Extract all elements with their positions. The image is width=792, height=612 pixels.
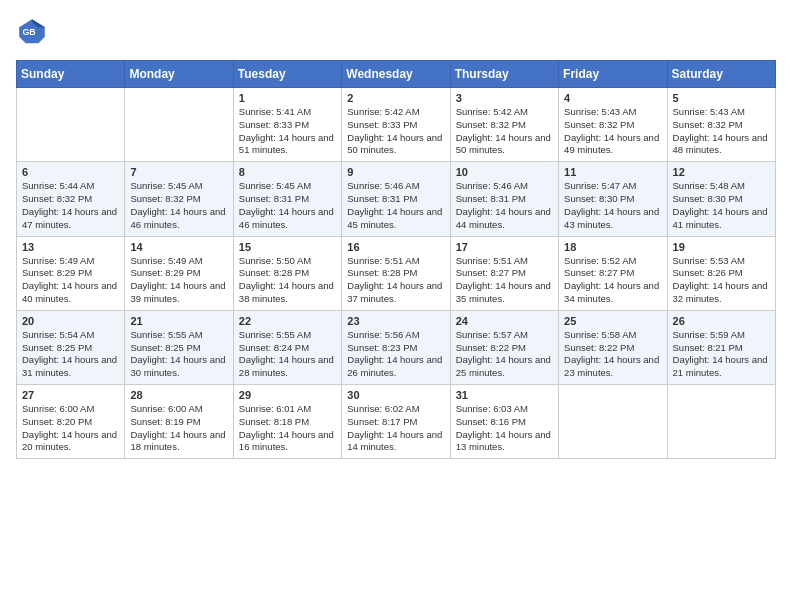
sunrise-text: Sunrise: 5:44 AM xyxy=(22,180,94,191)
sunrise-text: Sunrise: 5:58 AM xyxy=(564,329,636,340)
sunset-text: Sunset: 8:22 PM xyxy=(564,342,634,353)
daylight-text: Daylight: 14 hours and 41 minutes. xyxy=(673,206,768,230)
calendar-cell: 4 Sunrise: 5:43 AM Sunset: 8:32 PM Dayli… xyxy=(559,88,667,162)
daylight-text: Daylight: 14 hours and 38 minutes. xyxy=(239,280,334,304)
sunset-text: Sunset: 8:30 PM xyxy=(564,193,634,204)
day-number: 11 xyxy=(564,166,661,178)
day-info: Sunrise: 5:42 AM Sunset: 8:32 PM Dayligh… xyxy=(456,106,553,157)
calendar-cell: 5 Sunrise: 5:43 AM Sunset: 8:32 PM Dayli… xyxy=(667,88,775,162)
daylight-text: Daylight: 14 hours and 16 minutes. xyxy=(239,429,334,453)
day-number: 1 xyxy=(239,92,336,104)
day-info: Sunrise: 5:50 AM Sunset: 8:28 PM Dayligh… xyxy=(239,255,336,306)
sunrise-text: Sunrise: 5:55 AM xyxy=(239,329,311,340)
day-info: Sunrise: 5:51 AM Sunset: 8:27 PM Dayligh… xyxy=(456,255,553,306)
calendar-week-row: 1 Sunrise: 5:41 AM Sunset: 8:33 PM Dayli… xyxy=(17,88,776,162)
weekday-header-sunday: Sunday xyxy=(17,61,125,88)
calendar-cell: 13 Sunrise: 5:49 AM Sunset: 8:29 PM Dayl… xyxy=(17,236,125,310)
calendar-header-row: SundayMondayTuesdayWednesdayThursdayFrid… xyxy=(17,61,776,88)
calendar-cell: 6 Sunrise: 5:44 AM Sunset: 8:32 PM Dayli… xyxy=(17,162,125,236)
calendar-cell: 22 Sunrise: 5:55 AM Sunset: 8:24 PM Dayl… xyxy=(233,310,341,384)
sunrise-text: Sunrise: 5:54 AM xyxy=(22,329,94,340)
daylight-text: Daylight: 14 hours and 45 minutes. xyxy=(347,206,442,230)
day-number: 7 xyxy=(130,166,227,178)
sunset-text: Sunset: 8:27 PM xyxy=(564,267,634,278)
calendar-cell: 15 Sunrise: 5:50 AM Sunset: 8:28 PM Dayl… xyxy=(233,236,341,310)
logo: GB xyxy=(16,16,52,48)
day-number: 31 xyxy=(456,389,553,401)
calendar-cell xyxy=(17,88,125,162)
sunset-text: Sunset: 8:32 PM xyxy=(673,119,743,130)
calendar-cell: 14 Sunrise: 5:49 AM Sunset: 8:29 PM Dayl… xyxy=(125,236,233,310)
weekday-header-friday: Friday xyxy=(559,61,667,88)
sunrise-text: Sunrise: 6:02 AM xyxy=(347,403,419,414)
daylight-text: Daylight: 14 hours and 43 minutes. xyxy=(564,206,659,230)
daylight-text: Daylight: 14 hours and 50 minutes. xyxy=(347,132,442,156)
calendar-cell: 9 Sunrise: 5:46 AM Sunset: 8:31 PM Dayli… xyxy=(342,162,450,236)
day-number: 19 xyxy=(673,241,770,253)
daylight-text: Daylight: 14 hours and 14 minutes. xyxy=(347,429,442,453)
sunset-text: Sunset: 8:25 PM xyxy=(130,342,200,353)
weekday-header-wednesday: Wednesday xyxy=(342,61,450,88)
day-info: Sunrise: 5:57 AM Sunset: 8:22 PM Dayligh… xyxy=(456,329,553,380)
day-number: 16 xyxy=(347,241,444,253)
sunrise-text: Sunrise: 5:43 AM xyxy=(564,106,636,117)
sunrise-text: Sunrise: 5:42 AM xyxy=(456,106,528,117)
day-info: Sunrise: 6:01 AM Sunset: 8:18 PM Dayligh… xyxy=(239,403,336,454)
sunset-text: Sunset: 8:25 PM xyxy=(22,342,92,353)
daylight-text: Daylight: 14 hours and 20 minutes. xyxy=(22,429,117,453)
day-info: Sunrise: 5:46 AM Sunset: 8:31 PM Dayligh… xyxy=(347,180,444,231)
calendar-cell: 23 Sunrise: 5:56 AM Sunset: 8:23 PM Dayl… xyxy=(342,310,450,384)
weekday-header-saturday: Saturday xyxy=(667,61,775,88)
sunset-text: Sunset: 8:32 PM xyxy=(564,119,634,130)
day-info: Sunrise: 5:42 AM Sunset: 8:33 PM Dayligh… xyxy=(347,106,444,157)
day-number: 15 xyxy=(239,241,336,253)
calendar-cell: 25 Sunrise: 5:58 AM Sunset: 8:22 PM Dayl… xyxy=(559,310,667,384)
sunrise-text: Sunrise: 5:51 AM xyxy=(347,255,419,266)
calendar-cell: 11 Sunrise: 5:47 AM Sunset: 8:30 PM Dayl… xyxy=(559,162,667,236)
page-header: GB xyxy=(16,16,776,48)
sunset-text: Sunset: 8:32 PM xyxy=(456,119,526,130)
day-info: Sunrise: 5:55 AM Sunset: 8:25 PM Dayligh… xyxy=(130,329,227,380)
calendar-week-row: 20 Sunrise: 5:54 AM Sunset: 8:25 PM Dayl… xyxy=(17,310,776,384)
calendar-cell: 12 Sunrise: 5:48 AM Sunset: 8:30 PM Dayl… xyxy=(667,162,775,236)
day-number: 12 xyxy=(673,166,770,178)
day-info: Sunrise: 5:44 AM Sunset: 8:32 PM Dayligh… xyxy=(22,180,119,231)
daylight-text: Daylight: 14 hours and 51 minutes. xyxy=(239,132,334,156)
day-info: Sunrise: 5:58 AM Sunset: 8:22 PM Dayligh… xyxy=(564,329,661,380)
sunset-text: Sunset: 8:17 PM xyxy=(347,416,417,427)
daylight-text: Daylight: 14 hours and 34 minutes. xyxy=(564,280,659,304)
sunrise-text: Sunrise: 5:42 AM xyxy=(347,106,419,117)
sunset-text: Sunset: 8:18 PM xyxy=(239,416,309,427)
sunrise-text: Sunrise: 5:55 AM xyxy=(130,329,202,340)
day-number: 22 xyxy=(239,315,336,327)
day-info: Sunrise: 5:56 AM Sunset: 8:23 PM Dayligh… xyxy=(347,329,444,380)
daylight-text: Daylight: 14 hours and 25 minutes. xyxy=(456,354,551,378)
day-number: 10 xyxy=(456,166,553,178)
calendar-week-row: 27 Sunrise: 6:00 AM Sunset: 8:20 PM Dayl… xyxy=(17,385,776,459)
sunset-text: Sunset: 8:19 PM xyxy=(130,416,200,427)
day-number: 25 xyxy=(564,315,661,327)
sunset-text: Sunset: 8:29 PM xyxy=(130,267,200,278)
daylight-text: Daylight: 14 hours and 13 minutes. xyxy=(456,429,551,453)
daylight-text: Daylight: 14 hours and 49 minutes. xyxy=(564,132,659,156)
calendar-week-row: 6 Sunrise: 5:44 AM Sunset: 8:32 PM Dayli… xyxy=(17,162,776,236)
sunset-text: Sunset: 8:32 PM xyxy=(130,193,200,204)
sunrise-text: Sunrise: 5:59 AM xyxy=(673,329,745,340)
day-number: 14 xyxy=(130,241,227,253)
sunrise-text: Sunrise: 5:56 AM xyxy=(347,329,419,340)
sunset-text: Sunset: 8:16 PM xyxy=(456,416,526,427)
calendar-cell: 1 Sunrise: 5:41 AM Sunset: 8:33 PM Dayli… xyxy=(233,88,341,162)
day-number: 4 xyxy=(564,92,661,104)
daylight-text: Daylight: 14 hours and 39 minutes. xyxy=(130,280,225,304)
day-number: 27 xyxy=(22,389,119,401)
day-number: 30 xyxy=(347,389,444,401)
daylight-text: Daylight: 14 hours and 18 minutes. xyxy=(130,429,225,453)
sunset-text: Sunset: 8:24 PM xyxy=(239,342,309,353)
calendar-cell: 20 Sunrise: 5:54 AM Sunset: 8:25 PM Dayl… xyxy=(17,310,125,384)
sunrise-text: Sunrise: 6:00 AM xyxy=(130,403,202,414)
daylight-text: Daylight: 14 hours and 44 minutes. xyxy=(456,206,551,230)
day-info: Sunrise: 5:49 AM Sunset: 8:29 PM Dayligh… xyxy=(130,255,227,306)
day-info: Sunrise: 5:45 AM Sunset: 8:32 PM Dayligh… xyxy=(130,180,227,231)
sunrise-text: Sunrise: 5:51 AM xyxy=(456,255,528,266)
day-number: 5 xyxy=(673,92,770,104)
